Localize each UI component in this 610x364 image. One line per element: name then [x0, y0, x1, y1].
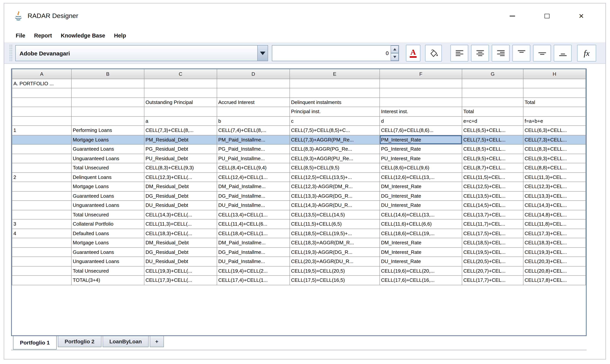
tab-portfoglio-2[interactable]: Portfoglio 2	[58, 336, 101, 347]
cell-B10[interactable]: Total Unsecured	[71, 163, 144, 172]
cell-H14[interactable]: CELL(14,3)+CEL...	[523, 201, 586, 210]
cell-B8[interactable]: Guaranteed Loans	[71, 144, 144, 154]
cell-G21[interactable]: CELL(20,7)+CEL...	[462, 266, 523, 275]
cell-C4[interactable]	[144, 107, 217, 116]
cell-G20[interactable]: CELL(20,5)+CEL...	[462, 257, 523, 266]
cell-D15[interactable]: CELL(13,4)+CELL(1...	[217, 210, 290, 219]
menu-item-knowledge-base[interactable]: Knowledge Base	[57, 31, 109, 40]
cell-G8[interactable]: CELL(8,5)+CELL...	[462, 144, 523, 154]
cell-G12[interactable]: CELL(12,5)+CEL...	[462, 182, 523, 191]
cell-A20[interactable]	[12, 257, 71, 266]
cell-F5[interactable]: d	[380, 116, 462, 126]
cell-E10[interactable]: CELL(8,5)+CELL(9,5)	[290, 163, 380, 172]
column-header-F[interactable]: F	[380, 69, 462, 79]
cell-A4[interactable]	[12, 107, 71, 116]
cell-F11[interactable]: CELL(12,6)+CELL(13,...	[380, 172, 462, 182]
cell-G22[interactable]: CELL(17,7)+CEL...	[462, 275, 523, 285]
cell-B6[interactable]: Performing Loans	[71, 126, 144, 135]
cell-B22[interactable]: TOTAL(3+4)	[71, 275, 144, 285]
align-left-button[interactable]	[450, 45, 468, 62]
align-bottom-button[interactable]	[554, 45, 572, 62]
cell-C21[interactable]: CELL(19,3)+CELL(...	[144, 266, 217, 275]
cell-D12[interactable]: DM_Paid_Installme...	[217, 182, 290, 191]
cell-C2[interactable]	[144, 88, 217, 98]
cell-D13[interactable]: DG_Paid_Installme...	[217, 191, 290, 201]
cell-B16[interactable]: Collateral Portfolio	[71, 219, 144, 229]
align-middle-button[interactable]	[533, 45, 551, 62]
cell-B18[interactable]: Mortgage Loans	[71, 238, 144, 247]
cell-A14[interactable]	[12, 201, 71, 210]
cell-E19[interactable]: CELL(19,3)-AGGR(DG_R...	[290, 247, 380, 257]
cell-E14[interactable]: CELL(14,3)-AGGR(DU_R...	[290, 201, 380, 210]
cell-H1[interactable]	[523, 79, 586, 88]
cell-E7[interactable]: CELL(7,3)+AGGR(PM_Re...	[290, 135, 380, 144]
cell-D10[interactable]: CELL(8,4)+CELL(9,4)	[217, 163, 290, 172]
cell-D8[interactable]: PG_Paid_Installme...	[217, 144, 290, 154]
cell-D9[interactable]: PU_Paid_Installme...	[217, 154, 290, 163]
cell-G2[interactable]	[462, 88, 523, 98]
cell-E8[interactable]: CELL(8,3)-AGGR(PG_Re...	[290, 144, 380, 154]
cell-F12[interactable]: DM_Interest_Rate	[380, 182, 462, 191]
cell-E13[interactable]: CELL(13,3)-AGGR(DG_R...	[290, 191, 380, 201]
column-header-E[interactable]: E	[290, 69, 380, 79]
cell-E1[interactable]	[290, 79, 380, 88]
cell-H11[interactable]: CELL(11,3)+CEL...	[523, 172, 586, 182]
cell-E12[interactable]: CELL(12,3)-AGGR(DM_R...	[290, 182, 380, 191]
cell-D7[interactable]: PM_Paid_Installme...	[217, 135, 290, 144]
cell-H13[interactable]: CELL(13,3)+CEL...	[523, 191, 586, 201]
cell-F20[interactable]: DU_Interest_Rate	[380, 257, 462, 266]
column-header-B[interactable]: B	[71, 69, 144, 79]
cell-G7[interactable]: CELL(7,5)+CELL...	[462, 135, 523, 144]
cell-E21[interactable]: CELL(19,5)+CELL(20,5)	[290, 266, 380, 275]
cell-D1[interactable]	[217, 79, 290, 88]
cell-G1[interactable]	[462, 79, 523, 88]
cell-C8[interactable]: PG_Residual_Debt	[144, 144, 217, 154]
cell-H4[interactable]	[523, 107, 586, 116]
cell-F7[interactable]: PM_Interest_Rate	[380, 135, 462, 144]
cell-C5[interactable]: a	[144, 116, 217, 126]
cell-H19[interactable]: CELL(19,3)+CEL...	[523, 247, 586, 257]
cell-F22[interactable]: CELL(17,6)+CELL(16,...	[380, 275, 462, 285]
cell-D3[interactable]: Accrued Interest	[217, 98, 290, 107]
cell-B20[interactable]: Unguaranteed Loans	[71, 257, 144, 266]
cell-G13[interactable]: CELL(13,5)+CEL...	[462, 191, 523, 201]
cell-F14[interactable]: DU_Interest_Rate	[380, 201, 462, 210]
cell-F15[interactable]: CELL(14,6)+CELL(13,...	[380, 210, 462, 219]
cell-A15[interactable]	[12, 210, 71, 219]
cell-G16[interactable]: CELL(11,7)+CEL...	[462, 219, 523, 229]
cell-F2[interactable]	[380, 88, 462, 98]
close-button[interactable]: ✕	[575, 10, 588, 23]
cell-A8[interactable]	[12, 144, 71, 154]
cell-G19[interactable]: CELL(19,5)+CEL...	[462, 247, 523, 257]
cell-H7[interactable]: CELL(7,3)+CELL...	[523, 135, 586, 144]
column-header-A[interactable]: A	[12, 69, 71, 79]
cell-H6[interactable]: CELL(6,3)+CELL...	[523, 126, 586, 135]
cell-A11[interactable]: 2	[12, 172, 71, 182]
cell-E15[interactable]: CELL(13,5)+CELL(14,5)	[290, 210, 380, 219]
maximize-button[interactable]	[540, 10, 553, 23]
cell-A22[interactable]	[12, 275, 71, 285]
cell-B1[interactable]	[71, 79, 144, 88]
cell-C17[interactable]: CELL(18,3)+CELL(...	[144, 229, 217, 238]
cell-E6[interactable]: CELL(7,5)+CELL(8,5)+C...	[290, 126, 380, 135]
cell-G11[interactable]: CELL(11,5)+CEL...	[462, 172, 523, 182]
cell-H5[interactable]: f=a+b+e	[523, 116, 586, 126]
tab-loanbyloan[interactable]: LoanByLoan	[102, 336, 149, 347]
cell-B2[interactable]	[71, 88, 144, 98]
cell-A5[interactable]	[12, 116, 71, 126]
cell-B12[interactable]: Mortgage Loans	[71, 182, 144, 191]
cell-F9[interactable]: PU_Interest_Rate	[380, 154, 462, 163]
minimize-button[interactable]	[506, 10, 519, 23]
cell-H18[interactable]: CELL(18,3)+CEL...	[523, 238, 586, 247]
cell-C7[interactable]: PM_Residual_Debt	[144, 135, 217, 144]
cell-D14[interactable]: DU_Paid_Installme...	[217, 201, 290, 210]
align-top-button[interactable]	[512, 45, 530, 62]
cell-C10[interactable]: CELL(8,3)+CELL(9,3)	[144, 163, 217, 172]
cell-G14[interactable]: CELL(14,5)+CEL...	[462, 201, 523, 210]
cell-B19[interactable]: Guaranteed Loans	[71, 247, 144, 257]
cell-F13[interactable]: DG_Interest_Rate	[380, 191, 462, 201]
cell-A19[interactable]	[12, 247, 71, 257]
cell-C6[interactable]: CELL(7,3)+CELL(8,...	[144, 126, 217, 135]
cell-D16[interactable]: CELL(11,4)+CELL(6...	[217, 219, 290, 229]
cell-F4[interactable]: Interest inst.	[380, 107, 462, 116]
